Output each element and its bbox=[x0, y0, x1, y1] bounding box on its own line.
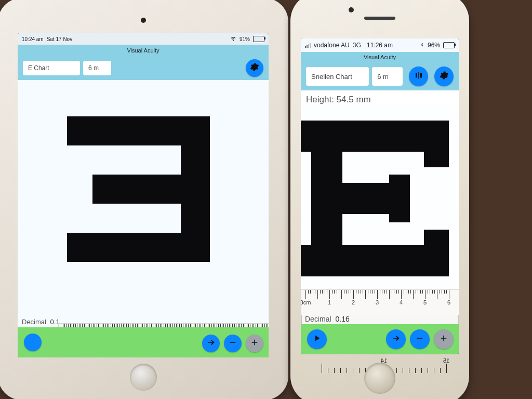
wifi-icon bbox=[230, 35, 236, 43]
ipad-home-button[interactable] bbox=[130, 364, 157, 391]
ipad-footer-bar: Decimal 0.1 bbox=[18, 327, 269, 357]
increase-button[interactable] bbox=[246, 335, 263, 352]
decimal-readout: Decimal 0.16 bbox=[301, 315, 459, 324]
ipad-title-bar: Visual Acuity bbox=[18, 45, 269, 56]
settings-button[interactable] bbox=[246, 59, 263, 77]
decimal-label: Decimal bbox=[22, 318, 46, 326]
decrease-button[interactable] bbox=[224, 335, 242, 352]
iphone-battery-text: 96% bbox=[428, 42, 440, 49]
play-button[interactable] bbox=[307, 329, 327, 349]
battery-icon bbox=[443, 42, 455, 48]
battery-icon bbox=[253, 36, 264, 42]
distance-selector[interactable]: 6 m bbox=[83, 61, 111, 75]
decrease-button[interactable] bbox=[410, 329, 430, 349]
height-readout: Height: 54.5 mm bbox=[301, 90, 459, 105]
next-button[interactable] bbox=[202, 335, 220, 352]
ipad-front-camera bbox=[141, 18, 146, 23]
decimal-label: Decimal bbox=[305, 315, 331, 323]
iphone-device: vodafone AU 3G 11:26 am 96% Visual Acuit… bbox=[290, 0, 469, 399]
iphone-screen: vodafone AU 3G 11:26 am 96% Visual Acuit… bbox=[301, 38, 459, 354]
ipad-status-date: Sat 17 Nov bbox=[47, 36, 72, 42]
decimal-value: 0.16 bbox=[335, 315, 349, 323]
minus-icon bbox=[415, 334, 424, 345]
ipad-battery-text: 91% bbox=[240, 36, 250, 42]
iphone-title-bar: Visual Acuity bbox=[301, 52, 459, 62]
ipad-status-time: 10:24 am bbox=[22, 36, 44, 42]
play-icon bbox=[312, 334, 322, 345]
distance-selector[interactable]: 6 m bbox=[372, 67, 403, 86]
distance-label: 6 m bbox=[88, 64, 99, 72]
network-label: 3G bbox=[353, 42, 361, 49]
ipad-chart-canvas: 0cm123456789101112 1514131211 bbox=[18, 80, 269, 327]
next-button[interactable] bbox=[386, 329, 406, 349]
e-optotype bbox=[311, 121, 449, 276]
photo-scene: 10:24 am Sat 17 Nov 91% Visual Acuity bbox=[0, 0, 532, 399]
mirror-icon bbox=[414, 71, 423, 82]
plus-icon bbox=[250, 338, 259, 349]
carrier-label: vodafone AU bbox=[314, 42, 350, 49]
iphone-front-camera bbox=[349, 7, 354, 12]
bluetooth-icon bbox=[419, 42, 424, 49]
chart-type-selector[interactable]: E Chart bbox=[23, 61, 80, 75]
iphone-footer-bar bbox=[301, 324, 459, 354]
decimal-value: 0.1 bbox=[50, 318, 60, 326]
e-optotype-reversed bbox=[67, 116, 210, 262]
plus-icon bbox=[439, 334, 448, 345]
chart-type-label: Snellen Chart bbox=[311, 73, 352, 81]
gear-icon bbox=[440, 71, 449, 82]
iphone-status-bar: vodafone AU 3G 11:26 am 96% bbox=[301, 38, 459, 52]
iphone-toolbar: Snellen Chart 6 m bbox=[301, 62, 459, 90]
ipad-toolbar: E Chart 6 m bbox=[18, 56, 269, 80]
distance-label: 6 m bbox=[377, 73, 389, 81]
arrow-right-icon bbox=[206, 338, 216, 349]
chart-type-label: E Chart bbox=[28, 64, 49, 72]
svg-rect-0 bbox=[230, 342, 236, 343]
signal-icon bbox=[305, 43, 311, 48]
iphone-chart-canvas: 0cm123456 bbox=[301, 105, 459, 315]
arrow-right-icon bbox=[391, 334, 401, 345]
increase-button[interactable] bbox=[434, 329, 454, 349]
settings-button[interactable] bbox=[434, 66, 454, 86]
iphone-status-time: 11:26 am bbox=[367, 42, 393, 49]
svg-rect-1 bbox=[417, 338, 423, 339]
chart-type-selector[interactable]: Snellen Chart bbox=[306, 67, 369, 86]
play-button[interactable] bbox=[24, 334, 42, 351]
iphone-app-title: Visual Acuity bbox=[364, 54, 396, 60]
gear-icon bbox=[250, 62, 259, 74]
ipad-device: 10:24 am Sat 17 Nov 91% Visual Acuity bbox=[0, 0, 288, 399]
ipad-status-bar: 10:24 am Sat 17 Nov 91% bbox=[18, 33, 269, 45]
ipad-app-title: Visual Acuity bbox=[127, 47, 159, 54]
ipad-screen: 10:24 am Sat 17 Nov 91% Visual Acuity bbox=[18, 33, 269, 357]
decimal-readout: Decimal 0.1 bbox=[22, 318, 60, 326]
minus-icon bbox=[228, 338, 237, 349]
mirror-toggle-button[interactable] bbox=[409, 66, 428, 86]
iphone-earpiece bbox=[364, 17, 395, 20]
iphone-home-button[interactable] bbox=[364, 363, 395, 394]
